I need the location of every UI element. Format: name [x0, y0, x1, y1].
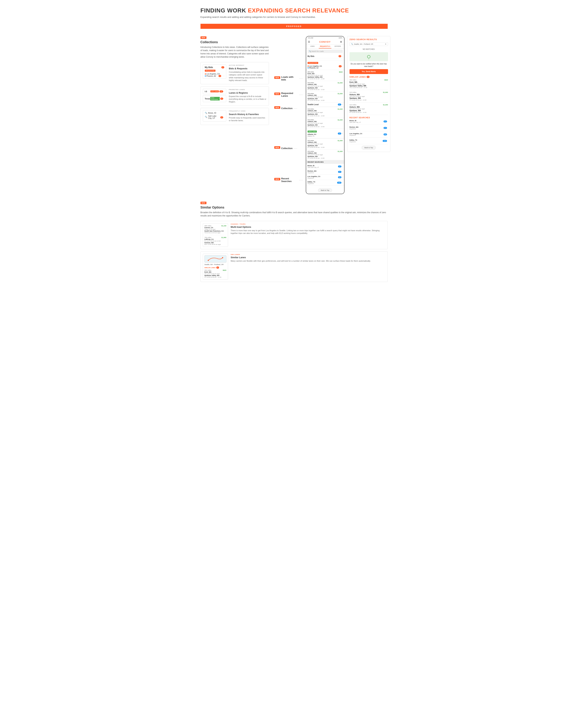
post-dallas-2[interactable]: 313 miles Auburn, WA Thu 12/27 8:30 am a… [306, 149, 344, 160]
post-dallas-1[interactable]: 313 miles Auburn, WA Thu 12/27 8:30 am a… [306, 139, 344, 149]
zero-rec2-city2: Anywhere [350, 128, 359, 130]
seattle-local-header[interactable]: Seattle Local 27 › [306, 102, 344, 107]
zero-recent-4[interactable]: Dallas, TX Anywhere 100 › [350, 139, 388, 144]
load2-miles: 313 miles [308, 82, 324, 84]
zero-recent-title: RECENT SEARCHES [350, 117, 388, 119]
recent3-city1: Los Angeles, CA [308, 176, 320, 177]
chevron-history: › [224, 117, 224, 118]
dallas-count: 27 [338, 132, 341, 135]
send-alerts-button[interactable]: Yes, Send Alerts [350, 69, 388, 74]
col2-load-1[interactable]: 313 miles Auburn, WA Thu 12/27 8:30 am a… [306, 107, 344, 118]
load1-date1: Thu 12/27 8:30 am appt [308, 75, 324, 76]
similar-options-desc: Broaden the definition of A to B. Showin… [201, 211, 388, 217]
loc-la: Los Angeles, CA [205, 73, 224, 75]
recent4-city2: Anywhere [308, 183, 315, 184]
my-bids-count: 7 [339, 55, 341, 57]
bids-card-right: ACTIVE INTEREST Bids & Requests Consolid… [229, 64, 267, 82]
seattle-local-count: 27 [338, 104, 341, 105]
hamburger-icon[interactable]: ☰ [308, 41, 310, 43]
load2-city2: Spokane, WA [308, 87, 324, 89]
requested-section: REQUESTED Los Angeles, CA Phoenix, AZ [306, 60, 344, 70]
similar-options-title: Similar Options [201, 206, 388, 209]
left-column: NEW Collections Introducing Collections … [201, 36, 269, 127]
col2-load-2[interactable]: 313 miles Auburn, WA Thu 12/27 8:30 am a… [306, 118, 344, 129]
similar-lane-2[interactable]: 313 miles $1,000 Auburn, WA Thu 12/27 8:… [350, 91, 388, 102]
similar-lane-3[interactable]: 313 miles $1,000 Auburn, WA Thu 12/27 8:… [350, 104, 388, 115]
zero-search-display: 🔍 Seattle, WA - Portland, OR ✕ [350, 42, 388, 46]
sim-similar-label: SIMILAR LANES [205, 267, 216, 268]
sim1-city2: Spokane Valley, WA [350, 85, 388, 87]
sim2-miles-price: 313 miles $1,000 [350, 91, 388, 93]
loc-badge: 3 [218, 75, 221, 77]
search-icon: 🔍 [205, 112, 207, 114]
recent1-city2: Salt Lake City, UT [308, 167, 319, 168]
similar-options-section: NEW Similar Options Broaden the definiti… [201, 201, 388, 282]
recent4-count: 100 [337, 182, 341, 184]
zero-panel-title: ZERO SEARCH RESULTS [350, 38, 388, 41]
zero-back-to-top-button[interactable]: Back to Top [362, 146, 376, 150]
lanes-card-right: PROMOTED LANES Lanes & Regions Expand th… [229, 89, 267, 103]
phone-search-bar[interactable]: 🔍 Search for Loads [308, 50, 343, 53]
load2-date1: Thu 12/27 8:30 am appt [308, 85, 324, 87]
zero-recent-1[interactable]: Boise, ID Salt Lake City, UT 27 › [350, 120, 388, 125]
page-wrapper: FINDING WORK EXPANDING SEARCH RELEVANCE … [195, 0, 393, 291]
lanes-cat-label: PROMOTED LANES [229, 89, 267, 90]
phone-loc-phoenix: Phoenix, AZ [308, 67, 322, 69]
sim3-city1: Auburn, WA [350, 106, 388, 108]
zero-recent-2[interactable]: Renton, WA Anywhere 27 › [350, 126, 388, 131]
bids-requests-card: My Bids 7 REQUESTED Los Angeles, CA [201, 62, 269, 84]
multiload-right: CHANGE / TOURS Multi-load Options There … [231, 223, 385, 247]
no-matches-label: NO MATCHES [350, 47, 388, 51]
recent-4[interactable]: Dallas, TX Anywhere 100 › [306, 180, 344, 185]
dot-la [205, 74, 206, 75]
zero-rec1-city1: Boise, ID [350, 120, 361, 122]
history-cat-desc: Provide easy to frequently used searches… [229, 117, 267, 122]
recent-2[interactable]: Renton, WA Anywhere 27 › [306, 169, 344, 175]
zero-rec2-city1: Renton, WA [350, 126, 359, 128]
load-row-1[interactable]: 292 miles Kent, WA Thu 12/27 8:30 am app… [306, 70, 344, 81]
recent3-count: 69 [338, 176, 341, 178]
my-bids-label: My Bids [205, 66, 213, 68]
page-subtitle: Expanding search results and adding and … [201, 16, 388, 18]
label-collection2: NEW Collection —— [274, 146, 303, 150]
gear-icon[interactable]: ⚙ [340, 41, 342, 43]
load-row-2[interactable]: 313 miles Auburn, WA Thu 12/27 8:30 am a… [306, 81, 344, 91]
dallas-city2: Miami, FL [308, 135, 317, 137]
clear-icon[interactable]: ✕ [385, 43, 386, 45]
tab-requests[interactable]: REQUESTS 0 [319, 44, 331, 48]
sim3-date2: Fri 12/28 05:30 am - 14:30 [350, 111, 388, 113]
new-shippers-badge: NEW SHIPPERS [210, 97, 220, 101]
proposed-banner: PROPOSED [201, 24, 388, 29]
history-card-right: FREQUENTLY USED Search History & Favorit… [229, 110, 267, 123]
phone-back-to-top-button[interactable]: Back to Top [318, 188, 332, 192]
multiload-title: Multi-load Options [231, 226, 385, 228]
bids-cat-title: Bids & Requests [229, 67, 267, 70]
req-chevron: › [342, 65, 343, 67]
load2-city1: Auburn, WA [308, 84, 324, 85]
tab-jobs[interactable]: JOBS [306, 44, 319, 48]
load-row-3[interactable]: 313 miles Auburn, WA Thu 12/27 8:30 am a… [306, 91, 344, 102]
dot-la-phone [308, 65, 309, 67]
recent-1[interactable]: Boise, ID Salt Lake City, UT 27 › [306, 164, 344, 169]
tab-offers[interactable]: OFFERS [331, 44, 344, 48]
recent-3[interactable]: Los Angeles, CA Anywhere 69 › [306, 175, 344, 180]
phone-status-bar: 9:41 AM 100% [306, 36, 344, 39]
dallas-collection: NEW LANE Atlanta, GA Miami, FL 27 › [306, 129, 344, 138]
recent1-count: 27 [338, 165, 341, 167]
chevron-icon: › [224, 75, 224, 77]
page-title: FINDING WORK EXPANDING SEARCH RELEVANCE [201, 7, 388, 14]
simlanes-left: Seattle, WA - Portland, OR SIMILAR LANES… [203, 254, 228, 280]
dallas-collection-header[interactable]: NEW LANE Atlanta, GA Miami, FL 27 › [306, 129, 344, 138]
history-badge: 3 [220, 116, 223, 119]
lanes-card-left: I-5 HOT LANE 11 › Texas NEW S [203, 89, 226, 103]
zero-recent-3[interactable]: Los Angeles, CA Anywhere 69 › [350, 133, 388, 138]
multiload-cat-label: CHANGE / TOURS [231, 223, 385, 225]
recent-searches-label: Recent Searches [281, 177, 298, 183]
similar-lane-1[interactable]: 292 miles $920 Kent, WA Thu 12/27 8:30 a… [350, 79, 388, 90]
arrow-requested: —— [299, 94, 303, 96]
sim-similar-count: 3 [216, 266, 219, 269]
load2-date2: Fri 12/28 05:30 am - 14:30 [308, 89, 324, 90]
requested-lanes-label: Requested Lanes [281, 92, 298, 97]
sim-map-label: Seattle, WA - Portland, OR [205, 264, 226, 265]
my-bids-row[interactable]: My Bids 7 › [308, 55, 343, 58]
